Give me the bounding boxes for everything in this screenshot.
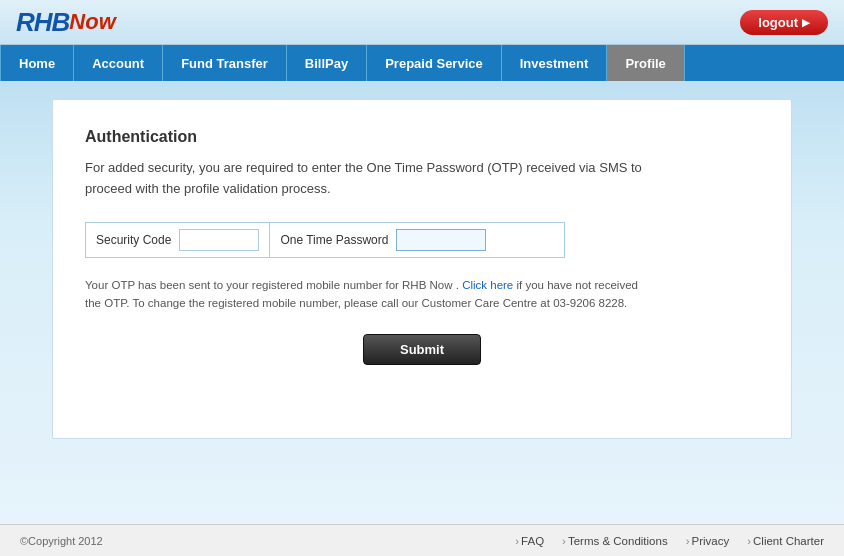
footer-privacy[interactable]: Privacy xyxy=(686,535,730,547)
footer-terms[interactable]: Terms & Conditions xyxy=(562,535,668,547)
click-here-link[interactable]: Click here xyxy=(462,279,513,291)
info-text: Your OTP has been sent to your registere… xyxy=(85,276,655,313)
logo-now: Now xyxy=(69,9,115,35)
submit-button[interactable]: Submit xyxy=(363,334,481,365)
footer-client-charter[interactable]: Client Charter xyxy=(747,535,824,547)
otp-field: One Time Password xyxy=(270,223,496,257)
security-code-field: Security Code xyxy=(86,223,270,257)
logo: RHB Now xyxy=(16,7,116,38)
footer: ©Copyright 2012 FAQ Terms & Conditions P… xyxy=(0,524,844,556)
logo-rhb: RHB xyxy=(16,7,69,38)
nav-fund-transfer[interactable]: Fund Transfer xyxy=(163,45,287,81)
otp-label: One Time Password xyxy=(280,233,388,247)
security-code-label: Security Code xyxy=(96,233,171,247)
form-row: Security Code One Time Password xyxy=(85,222,565,258)
footer-links: FAQ Terms & Conditions Privacy Client Ch… xyxy=(515,535,824,547)
nav-investment[interactable]: Investment xyxy=(502,45,608,81)
nav-home[interactable]: Home xyxy=(0,45,74,81)
auth-title: Authentication xyxy=(85,128,759,146)
nav-billpay[interactable]: BillPay xyxy=(287,45,367,81)
auth-description: For added security, you are required to … xyxy=(85,158,665,200)
main-nav: Home Account Fund Transfer BillPay Prepa… xyxy=(0,45,844,81)
main-content: Authentication For added security, you a… xyxy=(52,99,792,439)
info-text-before: Your OTP has been sent to your registere… xyxy=(85,279,459,291)
nav-account[interactable]: Account xyxy=(74,45,163,81)
header: RHB Now logout xyxy=(0,0,844,45)
copyright: ©Copyright 2012 xyxy=(20,535,103,547)
footer-faq[interactable]: FAQ xyxy=(515,535,544,547)
security-code-input[interactable] xyxy=(179,229,259,251)
logout-button[interactable]: logout xyxy=(740,10,828,35)
otp-input[interactable] xyxy=(396,229,486,251)
nav-prepaid-service[interactable]: Prepaid Service xyxy=(367,45,502,81)
nav-profile[interactable]: Profile xyxy=(607,45,684,81)
